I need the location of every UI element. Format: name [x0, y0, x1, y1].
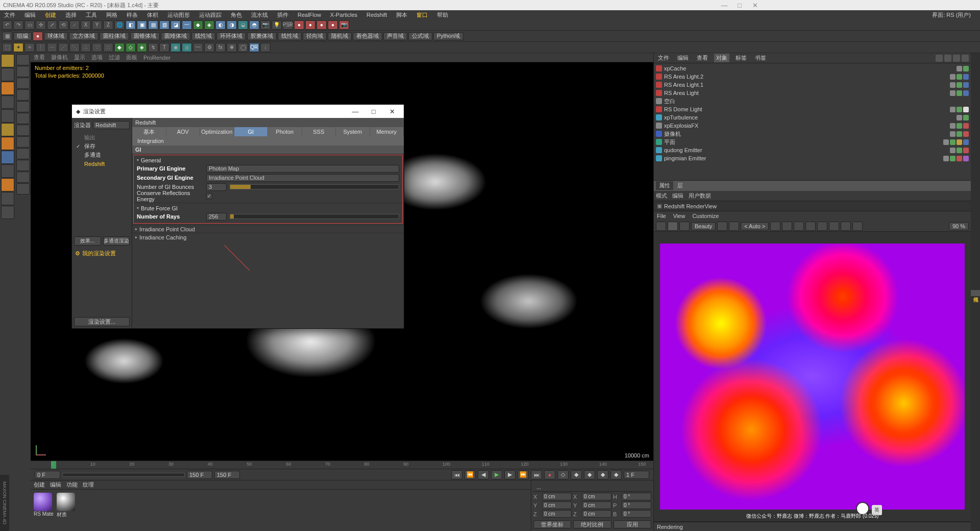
tool-workplane[interactable] [1, 82, 14, 95]
menu-file[interactable]: 文件 [2, 11, 17, 19]
menu-pipeline[interactable]: 流水线 [249, 11, 270, 19]
rs-tab-optimization[interactable]: Optimization [200, 127, 234, 136]
vb-panel[interactable]: 面板 [126, 54, 137, 61]
scale-icon[interactable]: ⤢ [47, 20, 57, 30]
render-icon[interactable]: ▣ [137, 20, 147, 30]
tool2-arrow[interactable] [16, 66, 30, 77]
menu-character[interactable]: 角色 [229, 11, 244, 19]
item-output[interactable]: 输出 [74, 133, 130, 142]
attr-mode[interactable]: 模式 [656, 192, 667, 200]
group-bruteforce[interactable]: Brute Force GI [137, 204, 399, 212]
attr-tab[interactable]: 属性 [656, 181, 673, 190]
object-row[interactable]: qudong Emitter [656, 146, 766, 154]
obj-bookmarks[interactable]: 书签 [753, 54, 766, 62]
nurbs-icon[interactable]: ◆ [193, 20, 203, 30]
tool-point[interactable] [1, 95, 14, 109]
menu-tools[interactable]: 工具 [84, 11, 99, 19]
tool-axis[interactable] [1, 137, 14, 150]
vb-display[interactable]: 显示 [74, 54, 85, 61]
field-group-edit[interactable]: 组编 [13, 32, 32, 40]
light-icon[interactable]: 💡 [272, 20, 282, 30]
item-multipass[interactable]: 多通道 [74, 151, 130, 159]
rs-light2-icon[interactable]: ● [305, 20, 315, 30]
secondary-gi-select[interactable]: Irradiance Point Cloud [206, 174, 399, 182]
object-row[interactable]: RS Area Light.1 [656, 81, 766, 89]
tool2-rect[interactable] [16, 101, 30, 112]
rv-viewport[interactable]: 英 微信公众号：野鹿志 微博：野鹿志 作者：马鹿野郎 (0.02s) [654, 232, 766, 415]
attr-layer-tab[interactable]: 层 [677, 182, 683, 189]
minimize-button[interactable]: — [717, 2, 732, 9]
rs-tab-aov[interactable]: AOV [166, 127, 201, 136]
tool2-rot[interactable] [16, 125, 30, 136]
menu-select[interactable]: 选择 [63, 11, 79, 19]
group-icache[interactable]: Irradiance Caching [132, 233, 404, 241]
menu-redshift[interactable]: Redshift [364, 11, 389, 18]
effector-icon[interactable]: ◑ [227, 20, 237, 30]
render-pv-icon[interactable]: ▤ [148, 20, 158, 30]
tool-layer[interactable] [1, 206, 14, 219]
object-row[interactable]: pingmian Emitter [656, 154, 766, 162]
object-row[interactable]: RS Area Light.2 [656, 73, 766, 81]
rv-refresh-icon[interactable] [679, 222, 690, 231]
rs-light1-icon[interactable]: ● [294, 20, 304, 30]
attr-edit[interactable]: 编辑 [672, 192, 683, 200]
move-icon[interactable]: ✢ [36, 20, 46, 30]
ruler-icon[interactable]: ⟋ [69, 20, 80, 30]
rs-tab-基本[interactable]: 基本 [132, 127, 166, 136]
tool2-move[interactable] [16, 113, 30, 124]
rs-tab-gi[interactable]: GI [234, 127, 268, 136]
field-cylinder[interactable]: 圆柱体域 [100, 32, 129, 40]
rs-tab-system[interactable]: System [336, 127, 370, 136]
vb-camera[interactable]: 摄像机 [51, 54, 68, 61]
obj-file[interactable]: 文件 [656, 54, 671, 62]
attr-userdata[interactable]: 用户数据 [689, 192, 711, 200]
conserve-checkbox[interactable]: ✓ [206, 193, 212, 199]
field-cube[interactable]: 立方体域 [69, 32, 99, 40]
xp-icon-13[interactable]: ◈ [137, 43, 147, 52]
deformer-icon[interactable]: ◐ [215, 20, 226, 30]
rv-crop-icon[interactable] [729, 222, 739, 231]
xp-icon-10[interactable]: ∷ [103, 43, 113, 52]
obj-tags[interactable]: 标签 [733, 54, 749, 62]
rays-input[interactable]: 256 [206, 213, 227, 221]
object-row[interactable]: xpExplosiaFX [656, 122, 766, 130]
tool2-brush[interactable] [16, 148, 30, 159]
tool-model[interactable] [1, 54, 14, 67]
vb-prorender[interactable]: ProRender [143, 55, 170, 61]
menu-volume[interactable]: 体积 [145, 11, 160, 19]
bounces-input[interactable]: 3 [206, 183, 227, 191]
object-tree[interactable]: xpCacheRS Area Light.2RS Area Light.1RS … [654, 63, 766, 180]
primary-gi-select[interactable]: Photon Map [206, 165, 399, 173]
xp-icon-3[interactable]: ✧ [24, 43, 35, 52]
generator-icon[interactable]: ◈ [204, 20, 214, 30]
rs-tab-photon[interactable]: Photon [268, 127, 302, 136]
menu-tracker[interactable]: 运动跟踪 [197, 11, 224, 19]
field-shader[interactable]: 着色器域 [353, 32, 382, 40]
dialog-titlebar[interactable]: ◆ 渲染设置 — □ ✕ [72, 105, 404, 118]
xp-icon-24[interactable]: ↓ [260, 43, 271, 52]
object-row[interactable]: 空白 [656, 97, 766, 105]
y-axis-icon[interactable]: Y [92, 20, 102, 30]
xp-icon-2[interactable]: ✦ [13, 43, 23, 52]
field-torus[interactable]: 环环体域 [216, 32, 246, 40]
xp-icon-8[interactable]: ∴ [81, 43, 91, 52]
close-button[interactable]: ✕ [747, 2, 763, 9]
xp-icon-5[interactable]: ⋯ [47, 43, 57, 52]
xp-icon-18[interactable]: 〰 [193, 43, 203, 52]
field-capsule2[interactable]: 胶囊体域 [247, 32, 277, 40]
multipass-button[interactable]: 多通道渲染 [103, 236, 130, 246]
tool2-knife[interactable] [16, 160, 30, 171]
xp-icon-11[interactable]: ◆ [114, 43, 125, 52]
tool-snap[interactable] [1, 151, 14, 164]
field-linear[interactable]: 线性域 [191, 32, 215, 40]
rv-ipr-icon[interactable] [656, 222, 666, 231]
tool2-lasso[interactable] [16, 89, 30, 101]
undo-icon[interactable]: ↶ [2, 20, 12, 30]
menu-mesh[interactable]: 网格 [104, 11, 119, 19]
camera-icon[interactable]: 📷 [260, 20, 271, 30]
render-settings-icon[interactable]: ▥ [159, 20, 169, 30]
obj-objects[interactable]: 对象 [714, 54, 729, 62]
rays-slider[interactable] [230, 214, 399, 219]
rv-file[interactable]: File [657, 213, 666, 219]
xp-icon-9[interactable]: ∵ [92, 43, 102, 52]
